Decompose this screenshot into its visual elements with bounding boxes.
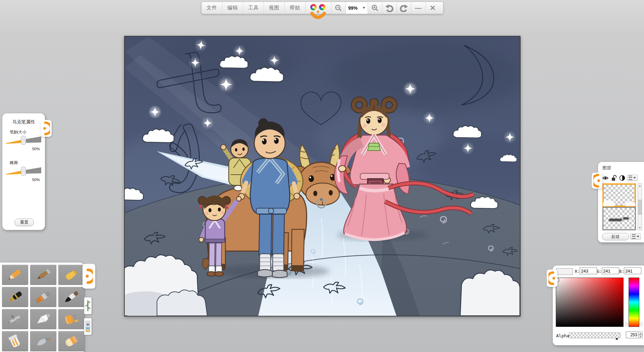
dilution-slider[interactable] <box>6 166 41 176</box>
paint-jar-icon <box>6 334 24 349</box>
picture-stamp-button[interactable] <box>84 318 92 335</box>
layer-menu-button[interactable] <box>627 175 638 181</box>
dilution-label: 稀释 <box>10 160 18 166</box>
color-panel-collapse-handle[interactable] <box>547 270 557 287</box>
tool-flat-brush[interactable] <box>30 287 56 307</box>
menu-tools[interactable]: 工具 <box>243 2 264 14</box>
alpha-label: Alpha <box>556 333 569 338</box>
blue-input[interactable] <box>624 268 641 274</box>
reset-button[interactable]: 重置 <box>14 219 34 226</box>
layer-thumbnail[interactable] <box>602 207 636 230</box>
green-input[interactable] <box>602 268 619 274</box>
close-icon: ✕ <box>430 4 436 12</box>
alpha-marker-icon[interactable] <box>615 338 618 340</box>
undo-button[interactable] <box>382 2 397 14</box>
unlocked-padlock-icon[interactable] <box>611 175 618 181</box>
blue-label: B: <box>619 269 624 274</box>
dilution-value: 50% <box>32 178 40 182</box>
tool-eraser[interactable] <box>58 331 85 351</box>
rainbow-eye-left-icon <box>310 4 317 10</box>
orange-crescent-icon <box>43 121 50 136</box>
red-input[interactable] <box>580 268 597 274</box>
menu-edit[interactable]: 编辑 <box>222 2 243 14</box>
tool-charcoal[interactable] <box>30 265 56 285</box>
zoom-out-button[interactable] <box>331 2 346 14</box>
tool-paint-jar[interactable] <box>2 331 28 351</box>
tool-ink-brush[interactable] <box>58 287 85 307</box>
tool-crayon[interactable] <box>58 265 85 285</box>
layer-thumbnail-selected[interactable] <box>602 183 636 207</box>
rainbow-eye-right-icon <box>319 4 325 10</box>
paint-roller-icon <box>62 312 81 327</box>
fountain-pen-icon <box>6 290 24 304</box>
slider-handle[interactable] <box>21 136 26 144</box>
tool-pencil[interactable] <box>2 265 28 285</box>
zoom-in-button[interactable] <box>368 2 382 14</box>
alpha-spin-down[interactable]: ▼ <box>638 335 643 338</box>
scrollbar-thumb[interactable] <box>638 200 642 215</box>
smile-icon <box>310 10 326 22</box>
qixi-artwork <box>125 37 520 316</box>
layers-panel-collapse-handle[interactable] <box>592 173 602 189</box>
tool-paint-roller[interactable] <box>58 309 85 329</box>
layers-panel: 图层 ▲ ▼ 新建 <box>598 162 644 242</box>
layer-options-button[interactable] <box>630 233 641 240</box>
drawing-canvas[interactable] <box>124 36 521 316</box>
menu-view[interactable]: 视图 <box>264 2 285 14</box>
bamboo-stamp-button[interactable] <box>84 297 92 314</box>
alpha-spin-up[interactable]: ▲ <box>638 332 643 335</box>
crayon-icon <box>62 268 81 282</box>
marker-panel-collapse-handle[interactable] <box>41 120 52 137</box>
tool-airbrush[interactable] <box>2 309 28 329</box>
menu-file[interactable]: 文件 <box>202 2 222 14</box>
mini-picture-icon <box>86 320 90 333</box>
pencil-icon <box>6 268 24 282</box>
orange-crescent-icon <box>548 271 556 286</box>
alpha-input[interactable] <box>626 332 639 338</box>
paint-knife-icon <box>34 312 53 327</box>
alpha-slider[interactable] <box>569 333 621 338</box>
saturation-value-picker[interactable] <box>556 278 624 327</box>
hue-marker-left-icon[interactable] <box>626 322 628 326</box>
scroll-down-icon[interactable]: ▼ <box>638 226 642 230</box>
marker-properties-panel: 马克笔属性 笔触大小 50% 稀释 50% 重置 <box>2 113 45 230</box>
hue-bar[interactable] <box>629 278 639 327</box>
zoom-level-value: 99% <box>348 5 358 11</box>
minimize-button[interactable]: — <box>411 2 426 14</box>
slider-handle[interactable] <box>21 167 26 175</box>
visibility-eye-icon[interactable] <box>602 175 609 181</box>
orange-crescent-icon <box>85 268 93 285</box>
menu-lines-icon <box>629 176 632 180</box>
redo-button[interactable] <box>397 2 411 14</box>
tool-palette-knife[interactable] <box>30 331 56 351</box>
palette-knife-icon <box>34 334 53 349</box>
layers-panel-title: 图层 <box>602 165 611 171</box>
hue-marker-right-icon[interactable] <box>640 322 642 326</box>
airbrush-icon <box>6 312 24 327</box>
menu-help[interactable]: 帮助 <box>285 2 306 14</box>
blend-half-circle-icon[interactable] <box>619 175 626 181</box>
dropdown-arrow-icon <box>637 236 639 237</box>
tool-paint-knife[interactable] <box>30 309 56 329</box>
alpha-spinner: ▲ ▼ <box>638 332 643 338</box>
tools-panel-collapse-handle[interactable] <box>83 264 95 289</box>
menu-lines-icon <box>632 234 636 239</box>
scroll-up-icon[interactable]: ▲ <box>638 184 642 188</box>
app-logo-button[interactable] <box>306 2 331 14</box>
tools-palette-panel <box>0 262 84 352</box>
dropdown-arrow-icon <box>633 177 636 179</box>
flat-brush-icon <box>34 290 53 304</box>
red-label: R: <box>575 269 580 274</box>
layer-list <box>602 183 636 230</box>
minimize-icon: — <box>415 4 422 12</box>
green-label: G: <box>597 269 602 274</box>
current-color-swatch <box>556 268 573 275</box>
brush-size-slider[interactable] <box>6 135 41 145</box>
close-button[interactable]: ✕ <box>426 2 440 14</box>
tool-fountain-pen[interactable] <box>2 287 28 307</box>
new-layer-button[interactable]: 新建 <box>602 233 629 240</box>
main-toolbar: 文件 编辑 工具 视图 帮助 99% <box>201 2 443 14</box>
undo-arrow-icon <box>385 4 394 12</box>
layer-scrollbar[interactable]: ▲ ▼ <box>638 183 642 230</box>
zoom-level-dropdown[interactable]: 99% <box>346 2 368 14</box>
